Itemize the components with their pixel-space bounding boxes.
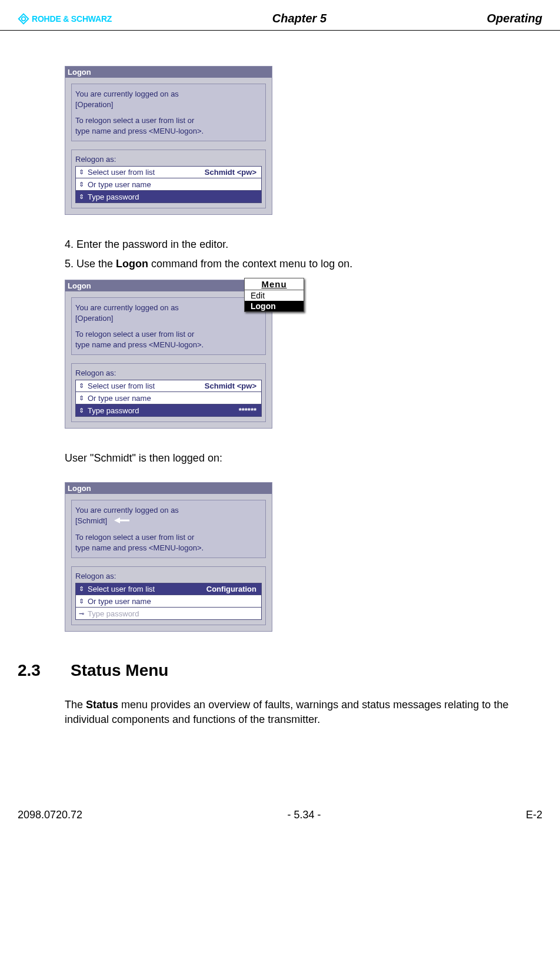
body-bold: Status <box>86 699 118 711</box>
page-title: Operating <box>487 12 542 25</box>
body-text: menu provides an overview of faults, war… <box>65 699 508 725</box>
dialog-title: Logon <box>65 67 272 78</box>
type-password-field[interactable]: ⊸ Type password <box>75 608 262 620</box>
step-text: 5. Use the <box>65 258 116 270</box>
section-heading: 2.3 Status Menu <box>18 661 542 680</box>
field-value: Configuration <box>206 585 261 593</box>
info-text: [Operation] <box>75 99 262 110</box>
select-user-field[interactable]: ⇕ Select user from list Configuration <box>75 583 262 595</box>
info-text: To relogon select a user from list or <box>75 329 262 340</box>
field-value: Schmidt <pw> <box>205 168 261 177</box>
info-text: To relogon select a user from list or <box>75 115 262 126</box>
field-label: Or type user name <box>86 180 261 189</box>
dialog-title: Logon <box>65 483 272 494</box>
page-footer: 2098.0720.72 - 5.34 - E-2 <box>0 809 560 839</box>
dialog-title: Logon <box>65 280 272 291</box>
footer-center: - 5.34 - <box>288 809 321 821</box>
type-password-field[interactable]: ⇕ Type password <box>75 191 262 203</box>
context-menu-item-edit[interactable]: Edit <box>245 290 304 301</box>
logon-info-box: You are currently logged on as [Operatio… <box>71 297 266 355</box>
info-text: To relogon select a user from list or <box>75 532 262 543</box>
logon-dialog-logged-in: Logon You are currently logged on as [Sc… <box>65 482 272 632</box>
relogon-label: Relogon as: <box>75 572 262 580</box>
updown-icon: ⇕ <box>76 407 86 414</box>
field-label: Or type user name <box>86 394 261 403</box>
section-title: Status Menu <box>71 661 168 680</box>
field-label: Type password <box>86 609 261 618</box>
step-4: 4. Enter the password in the editor. <box>65 238 542 251</box>
chapter-label: Chapter 5 <box>272 12 326 25</box>
field-value: Schmidt <pw> <box>205 381 261 390</box>
logon-info-box: You are currently logged on as [Operatio… <box>71 84 266 141</box>
logon-dialog-with-menu: Logon Menu Edit Logon You are currently … <box>65 280 272 429</box>
type-user-name-field[interactable]: ⇕ Or type user name <box>75 392 262 404</box>
svg-point-0 <box>22 16 26 21</box>
context-menu-item-logon[interactable]: Logon <box>245 301 304 311</box>
type-user-name-field[interactable]: ⇕ Or type user name <box>75 178 262 191</box>
info-text: type name and press <MENU-logon>. <box>75 340 262 350</box>
relogon-label: Relogon as: <box>75 155 262 164</box>
info-text: type name and press <MENU-logon>. <box>75 126 262 137</box>
type-user-name-field[interactable]: ⇕ Or type user name <box>75 595 262 608</box>
field-label: Select user from list <box>86 168 205 177</box>
updown-icon: ⇕ <box>76 394 86 402</box>
field-label: Or type user name <box>86 597 261 606</box>
updown-icon: ⇕ <box>76 598 86 605</box>
step-text: command from the context menu to log on. <box>148 258 352 270</box>
body-text: The <box>65 699 86 711</box>
step-5: 5. Use the Logon command from the contex… <box>65 258 542 270</box>
field-label: Type password <box>86 193 261 201</box>
updown-icon: ⇕ <box>76 181 86 188</box>
current-user-text: [Schmidt] <box>75 516 107 525</box>
info-text: [Schmidt] <box>75 516 262 526</box>
info-text: type name and press <MENU-logon>. <box>75 543 262 553</box>
type-password-field[interactable]: ⇕ Type password ****** <box>75 404 262 417</box>
footer-left: 2098.0720.72 <box>18 809 82 821</box>
field-label: Select user from list <box>86 381 205 390</box>
logon-info-box: You are currently logged on as [Schmidt]… <box>71 500 266 558</box>
updown-icon: ⇕ <box>76 193 86 201</box>
field-label: Select user from list <box>86 585 206 593</box>
field-value: ****** <box>239 406 261 415</box>
section-number: 2.3 <box>18 661 71 680</box>
page-header: ROHDE & SCHWARZ Chapter 5 Operating <box>0 0 560 31</box>
footer-right: E-2 <box>526 809 542 821</box>
svg-marker-2 <box>114 517 120 523</box>
relogon-group: Relogon as: ⇕ Select user from list Schm… <box>71 363 266 422</box>
brand-text: ROHDE & SCHWARZ <box>32 14 112 24</box>
lock-icon: ⊸ <box>76 610 86 618</box>
context-menu-title: Menu <box>245 278 304 290</box>
brand-logo-icon <box>18 13 29 25</box>
step-bold: Logon <box>116 258 148 270</box>
logon-dialog: Logon You are currently logged on as [Op… <box>65 66 272 215</box>
updown-icon: ⇕ <box>76 168 86 176</box>
section-body: The Status menu provides an overview of … <box>65 698 542 726</box>
relogon-group: Relogon as: ⇕ Select user from list Conf… <box>71 566 266 625</box>
select-user-field[interactable]: ⇕ Select user from list Schmidt <pw> <box>75 166 262 178</box>
select-user-field[interactable]: ⇕ Select user from list Schmidt <pw> <box>75 380 262 392</box>
info-text: You are currently logged on as <box>75 303 262 313</box>
updown-icon: ⇕ <box>76 585 86 593</box>
updown-icon: ⇕ <box>76 382 86 390</box>
arrow-pointer-icon <box>114 516 131 527</box>
field-label: Type password <box>86 406 239 415</box>
logged-on-text: User "Schmidt" is then logged on: <box>65 452 542 464</box>
info-text: You are currently logged on as <box>75 505 262 516</box>
relogon-group: Relogon as: ⇕ Select user from list Schm… <box>71 150 266 208</box>
relogon-label: Relogon as: <box>75 369 262 377</box>
info-text: [Operation] <box>75 313 262 324</box>
context-menu[interactable]: Menu Edit Logon <box>244 278 304 312</box>
info-text: You are currently logged on as <box>75 89 262 99</box>
brand-logo: ROHDE & SCHWARZ <box>18 13 112 25</box>
